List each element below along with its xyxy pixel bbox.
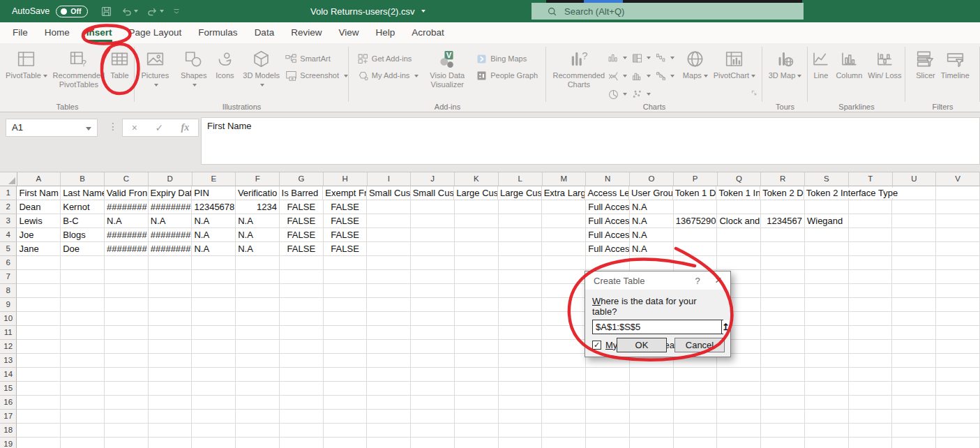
cell-D13[interactable] (149, 354, 193, 368)
tab-review[interactable]: Review (282, 22, 330, 43)
cell-V18[interactable] (936, 424, 980, 438)
cell-F16[interactable] (236, 396, 280, 410)
cell-V13[interactable] (936, 354, 980, 368)
cell-E19[interactable] (192, 438, 236, 448)
column-header-H[interactable]: H (324, 172, 368, 186)
cell-N17[interactable] (586, 410, 630, 424)
cell-F14[interactable] (236, 368, 280, 382)
cell-R9[interactable] (761, 298, 805, 312)
row-header-2[interactable]: 2 (0, 200, 17, 214)
cell-C17[interactable] (105, 410, 149, 424)
cell-G14[interactable] (280, 368, 324, 382)
cell-O18[interactable] (630, 424, 674, 438)
cell-S16[interactable] (805, 396, 849, 410)
cell-G19[interactable] (280, 438, 324, 448)
cell-B13[interactable] (61, 354, 105, 368)
cell-V10[interactable] (936, 312, 980, 326)
cell-O3[interactable]: N.A (630, 214, 674, 228)
cell-J10[interactable] (411, 312, 455, 326)
cell-J12[interactable] (411, 340, 455, 354)
cell-H5[interactable]: FALSE (324, 242, 368, 256)
cell-B8[interactable] (61, 284, 105, 298)
cell-U1[interactable] (893, 186, 937, 200)
cell-M14[interactable] (542, 368, 586, 382)
cell-I15[interactable] (367, 382, 411, 396)
cell-C2[interactable]: ######## (105, 200, 149, 214)
cell-P2[interactable] (674, 200, 718, 214)
cell-H15[interactable] (324, 382, 368, 396)
cell-Q17[interactable] (717, 410, 761, 424)
cell-T5[interactable] (849, 242, 893, 256)
cell-E10[interactable] (192, 312, 236, 326)
cell-R14[interactable] (761, 368, 805, 382)
cell-M16[interactable] (542, 396, 586, 410)
cell-I3[interactable] (367, 214, 411, 228)
visio-data-visualizer-button[interactable]: VVisio Data Visualizer (419, 45, 476, 91)
cell-F13[interactable] (236, 354, 280, 368)
cell-B4[interactable]: Blogs (61, 228, 105, 242)
pivotchart-button[interactable]: PivotChart (711, 45, 758, 82)
cell-I14[interactable] (367, 368, 411, 382)
cell-L18[interactable] (499, 424, 543, 438)
cell-H3[interactable]: FALSE (324, 214, 368, 228)
cell-V6[interactable] (936, 256, 980, 270)
cell-E6[interactable] (192, 256, 236, 270)
chart-line-button[interactable] (608, 67, 631, 85)
cell-G5[interactable]: FALSE (280, 242, 324, 256)
cell-D2[interactable]: ######## (149, 200, 193, 214)
cell-B10[interactable] (61, 312, 105, 326)
maps-button[interactable]: Maps (680, 45, 711, 82)
cell-U8[interactable] (892, 284, 936, 298)
cell-E11[interactable] (192, 326, 236, 340)
column-header-A[interactable]: A (17, 172, 61, 186)
cell-M9[interactable] (542, 298, 586, 312)
cell-L4[interactable] (499, 228, 543, 242)
cell-G8[interactable] (280, 284, 324, 298)
column-header-D[interactable]: D (149, 172, 193, 186)
row-header-3[interactable]: 3 (0, 214, 17, 228)
dialog-close-button[interactable]: × (707, 274, 722, 288)
cell-G11[interactable] (280, 326, 324, 340)
cell-K3[interactable] (455, 214, 499, 228)
cell-V2[interactable] (936, 200, 980, 214)
icons-button[interactable]: Icons (213, 45, 237, 82)
cell-R10[interactable] (761, 312, 805, 326)
cell-G12[interactable] (280, 340, 324, 354)
cell-C10[interactable] (105, 312, 149, 326)
cell-L9[interactable] (499, 298, 543, 312)
cell-T10[interactable] (849, 312, 893, 326)
cell-R7[interactable] (761, 270, 805, 284)
cell-J9[interactable] (411, 298, 455, 312)
cell-V8[interactable] (936, 284, 980, 298)
cell-E5[interactable]: N.A (192, 242, 236, 256)
tab-data[interactable]: Data (246, 22, 283, 43)
cell-B17[interactable] (61, 410, 105, 424)
cell-K1[interactable]: Large Cus (454, 186, 498, 200)
tab-view[interactable]: View (330, 22, 367, 43)
cell-V7[interactable] (936, 270, 980, 284)
row-header-7[interactable]: 7 (0, 270, 17, 284)
cell-C6[interactable] (105, 256, 149, 270)
row-header-11[interactable]: 11 (0, 326, 17, 340)
cell-K12[interactable] (455, 340, 499, 354)
cell-E8[interactable] (192, 284, 236, 298)
chart-statistic-button[interactable] (631, 67, 655, 85)
cell-B7[interactable] (61, 270, 105, 284)
cell-C11[interactable] (105, 326, 149, 340)
column-header-T[interactable]: T (849, 172, 893, 186)
cell-D17[interactable] (149, 410, 193, 424)
cell-U7[interactable] (892, 270, 936, 284)
cell-C5[interactable]: ######## (105, 242, 149, 256)
cell-E18[interactable] (192, 424, 236, 438)
cell-A2[interactable]: Dean (17, 200, 61, 214)
cell-C8[interactable] (105, 284, 149, 298)
cell-E13[interactable] (192, 354, 236, 368)
cell-E4[interactable]: N.A (192, 228, 236, 242)
column-header-I[interactable]: I (368, 172, 412, 186)
table-button[interactable]: Table (107, 45, 132, 82)
cell-L11[interactable] (499, 326, 543, 340)
cell-V11[interactable] (936, 326, 980, 340)
cell-T4[interactable] (849, 228, 893, 242)
cell-Q5[interactable] (717, 242, 761, 256)
cell-S9[interactable] (805, 298, 849, 312)
